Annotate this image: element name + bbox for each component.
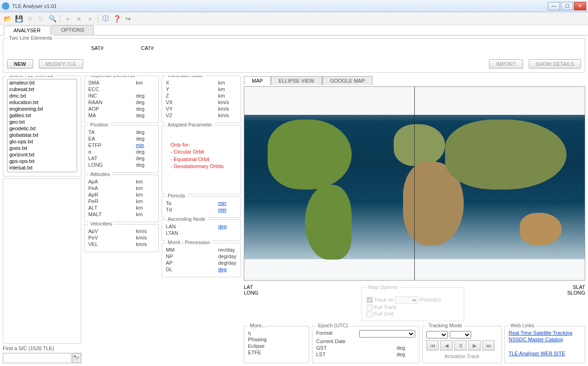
rewind-icon[interactable]: ⏮ xyxy=(426,340,439,351)
tle-header-label: Two Line Elements xyxy=(7,35,54,41)
unit-link[interactable]: deg xyxy=(218,267,237,272)
maximize-button[interactable]: ☐ xyxy=(561,2,573,10)
globe1-icon[interactable]: ● xyxy=(63,14,72,23)
tracking-select-1[interactable] xyxy=(426,331,448,338)
adapted-group: Adapted Parameter Only for: - Circular O… xyxy=(162,125,241,194)
pause-icon[interactable]: ⏸ xyxy=(454,340,467,351)
toolbar: 📂 💾 ⊘ ↻ 🔍 ● ■ ● ⓘ ❓ ↪ xyxy=(0,12,588,25)
param-row: Zkm xyxy=(166,93,237,99)
modify-button[interactable]: MODIFY TLE xyxy=(39,59,84,69)
full-grid-checkbox[interactable] xyxy=(367,311,373,317)
find-input[interactable] xyxy=(3,353,71,363)
tab-analyser[interactable]: ANALYSER xyxy=(4,26,50,35)
more-param: Phasing xyxy=(248,337,267,342)
more-group: More... η Phasing Eclipse ETFE xyxy=(244,326,309,363)
adapted-note-head: Only for: xyxy=(170,141,237,148)
epoch-label: Epoch (UTC) xyxy=(316,323,350,328)
titlebar: TLE Analyser v1.01 — ☐ ✕ xyxy=(0,0,588,12)
param-row: RAANdeg xyxy=(88,99,155,105)
close-button[interactable]: ✕ xyxy=(574,2,586,10)
help-icon[interactable]: ❓ xyxy=(112,14,121,23)
format-select[interactable] xyxy=(359,330,415,338)
separator xyxy=(98,14,98,23)
param-row: PeRkm xyxy=(88,198,155,204)
param-row: TAdeg xyxy=(88,129,155,135)
find-label: Find a S/C (1520 TLE) xyxy=(3,345,81,351)
keplerian-label: Keplerian Elements xyxy=(88,76,136,78)
unit-link[interactable]: min xyxy=(218,200,237,206)
fastfwd-icon[interactable]: ⏭ xyxy=(482,340,495,351)
param-row: APdeg/day xyxy=(166,260,237,266)
param-row: LONGdeg xyxy=(88,162,155,168)
param-row: VXkm/s xyxy=(166,99,237,105)
tab-ellipse[interactable]: ELLIPSE VIEW xyxy=(271,76,322,85)
altitudes-label: Altitudes xyxy=(88,171,112,177)
more-param: η xyxy=(248,330,251,336)
track-on-checkbox[interactable] xyxy=(367,297,373,303)
unit-link[interactable]: min xyxy=(136,142,155,148)
keplerian-group: Keplerian ElementsSMAkmECCINCdegRAANdegA… xyxy=(84,76,159,123)
window-title: TLE Analyser v1.01 xyxy=(12,3,548,9)
map-tabs: MAP ELLIPSE VIEW GOOGLE MAP xyxy=(244,76,585,84)
globe2-icon[interactable]: ■ xyxy=(74,14,84,23)
separator xyxy=(60,14,60,23)
weblink-tracking[interactable]: Real Time Satellite Tracking xyxy=(509,330,581,336)
param-row: ApVkm/s xyxy=(88,228,155,234)
cartesian-label: Cartesian State xyxy=(166,76,205,78)
adapted-note: - Equatorial Orbit xyxy=(170,156,237,163)
param-row: LTAN xyxy=(166,230,237,236)
save-icon[interactable]: 💾 xyxy=(14,14,23,23)
format-label: Format xyxy=(316,330,333,338)
weblinks-group: Web Links Real Time Satellite Tracking N… xyxy=(504,326,585,363)
show-details-button[interactable]: SHOW DETAILS xyxy=(529,59,581,69)
more-param: ETFE xyxy=(248,350,261,355)
tle-listbox[interactable]: amateur.txtcubesat.txtdmc.txteducation.t… xyxy=(7,79,77,172)
param-row: Tamin xyxy=(166,200,237,206)
mvmt-group: Mvmt - PrecessionMMrev/dayNPdeg/dayAPdeg… xyxy=(162,243,241,277)
weblinks-label: Web Links xyxy=(509,323,536,328)
unit-link[interactable]: min xyxy=(218,207,237,212)
weblink-nssdc[interactable]: NSSDC Master Catalog xyxy=(509,337,581,342)
next-icon[interactable]: ▶ xyxy=(468,340,481,351)
tracking-select-2[interactable] xyxy=(450,331,471,338)
param-row: MMrev/day xyxy=(166,247,237,253)
tab-google[interactable]: GOOGLE MAP xyxy=(322,76,373,85)
prev-icon[interactable]: ◀ xyxy=(440,340,453,351)
param-row: MAdeg xyxy=(88,113,155,118)
open-icon[interactable]: 📂 xyxy=(3,14,12,23)
param-row: PeVkm/s xyxy=(88,235,155,240)
cancel-icon[interactable]: ⊘ xyxy=(25,14,35,23)
tracking-label: Tracking Mode xyxy=(426,323,464,328)
more-label: More... xyxy=(248,323,268,328)
tle-header-group: Two Line Elements SAT# CAT# NEW MODIFY T… xyxy=(3,38,585,73)
long-label: LONG xyxy=(244,290,258,296)
ascnode-label: Ascending Node xyxy=(166,216,207,222)
exit-icon[interactable]: ↪ xyxy=(123,14,133,23)
param-row: LANdeg xyxy=(166,224,237,229)
param-row: ECC xyxy=(88,86,155,92)
gst-label: GST xyxy=(316,345,327,351)
unit-link[interactable]: deg xyxy=(218,224,237,229)
param-row: SMAkm xyxy=(88,80,155,85)
tab-options[interactable]: OPTIONS xyxy=(51,25,94,35)
minimize-button[interactable]: — xyxy=(548,2,560,10)
globe3-icon[interactable]: ● xyxy=(85,14,95,23)
weblink-site[interactable]: TLE Analyser WEB SITE xyxy=(509,351,581,356)
cat-label: CAT# xyxy=(141,45,154,51)
tab-map[interactable]: MAP xyxy=(244,76,271,85)
periods-select[interactable] xyxy=(395,296,418,304)
binoculars-icon[interactable]: 🔭 xyxy=(72,353,81,363)
param-row: PeAkm xyxy=(88,185,155,191)
full-track-checkbox[interactable] xyxy=(367,304,373,310)
param-row: AOPdeg xyxy=(88,106,155,112)
info-icon[interactable]: ⓘ xyxy=(101,14,110,23)
sat-label: SAT# xyxy=(91,45,104,51)
refresh-icon[interactable]: ↻ xyxy=(36,14,46,23)
adapted-note: - Geostationnary Orbits xyxy=(170,163,237,170)
lat-label: LAT xyxy=(244,284,258,290)
new-button[interactable]: NEW xyxy=(7,59,33,69)
search-icon[interactable]: 🔍 xyxy=(48,14,57,23)
world-map[interactable] xyxy=(244,86,585,281)
preview-box xyxy=(3,178,81,344)
import-button[interactable]: IMPORT xyxy=(489,59,523,69)
